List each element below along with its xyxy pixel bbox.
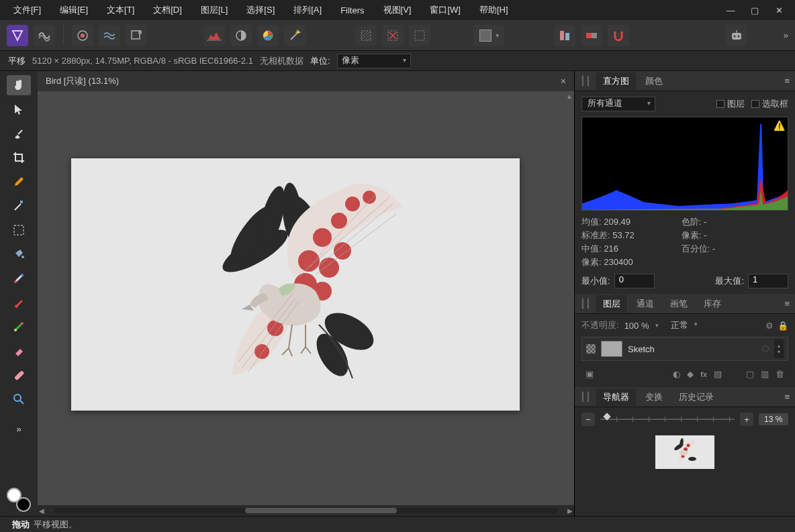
hand-tool[interactable] (7, 75, 31, 95)
layer-name[interactable]: Sketch (628, 344, 757, 354)
panel-menu-button[interactable]: ≡ (784, 392, 790, 402)
maximize-button[interactable]: ▢ (743, 0, 767, 20)
auto-wb-button[interactable] (284, 25, 306, 46)
menu-layer[interactable]: 图层[L] (191, 1, 237, 19)
panel-grip-icon[interactable]: ┃┃ (580, 76, 591, 86)
dropper-tool[interactable] (7, 172, 31, 192)
blend-mode-dropdown[interactable]: 正常 (671, 319, 698, 331)
add-layer-icon[interactable]: ▢ (746, 369, 754, 379)
close-button[interactable]: ✕ (767, 0, 791, 20)
tonemap-persona-button[interactable] (99, 25, 120, 46)
selection-mode-3[interactable] (409, 25, 430, 46)
hscroll-thumb[interactable] (245, 508, 396, 513)
marquee-tool[interactable] (7, 220, 31, 240)
layer-lock-icon[interactable]: 🔒 (778, 321, 788, 331)
opacity-dropdown[interactable]: 100 % (624, 321, 659, 331)
develop-persona-button[interactable] (72, 25, 93, 46)
gradient-tool[interactable] (7, 268, 31, 288)
tab-histogram[interactable]: 直方图 (596, 72, 636, 90)
zoom-out-button[interactable]: − (581, 413, 595, 426)
align-button[interactable] (554, 25, 575, 46)
histogram-min-input[interactable]: 0 (614, 274, 655, 288)
tab-brushes[interactable]: 画笔 (663, 295, 694, 313)
live-filter-icon[interactable]: ◆ (687, 369, 694, 379)
menu-help[interactable]: 帮助[H] (470, 1, 518, 19)
zoom-value-input[interactable]: 13 % (759, 413, 788, 425)
menu-filters[interactable]: Filters (331, 3, 373, 18)
panel-grip-icon[interactable]: ┃┃ (580, 392, 591, 402)
panel-menu-button[interactable]: ≡ (784, 76, 790, 86)
histogram-max-input[interactable]: 1 (748, 274, 788, 288)
tools-overflow[interactable]: » (7, 419, 31, 439)
layer-settings-icon[interactable]: ⚙ (765, 321, 774, 331)
tab-stock[interactable]: 库存 (697, 295, 728, 313)
eraser-tool[interactable] (7, 341, 31, 361)
menu-select[interactable]: 选择[S] (237, 1, 284, 19)
auto-levels-button[interactable] (203, 25, 225, 46)
auto-contrast-button[interactable] (230, 25, 252, 46)
menu-edit[interactable]: 编辑[E] (50, 1, 97, 19)
move-tool[interactable] (7, 99, 31, 119)
menu-view[interactable]: 视图[V] (374, 1, 421, 19)
panel-menu-button[interactable]: ≡ (784, 299, 790, 309)
tab-layers[interactable]: 图层 (596, 295, 627, 313)
foreground-color[interactable] (7, 488, 21, 502)
menu-text[interactable]: 文本[T] (97, 1, 144, 19)
menu-file[interactable]: 文件[F] (4, 1, 50, 19)
units-dropdown[interactable]: 像素 (337, 54, 411, 68)
crop-tool[interactable] (7, 148, 31, 168)
group-layer-icon[interactable]: ▥ (761, 369, 769, 379)
document-tab-close[interactable]: × (561, 76, 566, 87)
zoom-slider[interactable] (600, 413, 735, 425)
zoom-tool[interactable] (7, 389, 31, 409)
tab-history[interactable]: 历史记录 (672, 388, 720, 406)
zoom-in-button[interactable]: + (740, 413, 753, 426)
tab-channels[interactable]: 通道 (630, 295, 661, 313)
photo-persona-button[interactable] (7, 25, 28, 46)
selection-mode-2[interactable] (382, 25, 404, 46)
clone-tool[interactable] (7, 317, 31, 337)
healing-tool[interactable] (7, 365, 31, 385)
adjustment-layer-icon[interactable]: ◐ (673, 369, 680, 379)
layer-fx-icon[interactable]: fx (700, 370, 707, 378)
flood-tool[interactable] (7, 244, 31, 264)
delete-layer-icon[interactable]: 🗑 (776, 369, 784, 379)
quickmask-button[interactable] (581, 25, 602, 46)
document-tab-title[interactable]: Bird [只读] (13.1%) (46, 75, 119, 87)
layer-expand-toggle[interactable]: ▲▼ (774, 339, 784, 358)
selection-brush-tool[interactable] (7, 123, 31, 144)
selection-mode-1[interactable] (355, 25, 377, 46)
paint-brush-tool[interactable] (7, 292, 31, 313)
mask-layer-icon[interactable]: ▨ (714, 369, 722, 379)
histogram-selection-checkbox[interactable]: 选取框 (751, 98, 788, 110)
canvas[interactable] (71, 158, 520, 411)
layer-tag-icon[interactable] (762, 345, 769, 352)
hscroll-right-icon[interactable]: ▶ (566, 507, 574, 515)
swatch-dropdown[interactable]: ▾ (473, 25, 504, 46)
panel-grip-icon[interactable]: ┃┃ (580, 299, 591, 309)
layer-row[interactable]: Sketch ▲▼ (581, 337, 788, 361)
assistant-button[interactable] (726, 25, 747, 46)
tab-transform[interactable]: 变换 (639, 388, 669, 406)
navigator-preview[interactable] (655, 435, 714, 469)
histogram-layer-checkbox[interactable]: 图层 (716, 98, 745, 110)
export-persona-button[interactable] (126, 25, 147, 46)
toolbar-overflow[interactable]: » (784, 30, 788, 40)
menu-arrange[interactable]: 排列[A] (284, 1, 331, 19)
minimize-button[interactable]: — (718, 0, 743, 20)
menu-document[interactable]: 文档[D] (144, 1, 191, 19)
layer-visibility-checkbox[interactable] (586, 344, 596, 354)
menu-window[interactable]: 窗口[W] (420, 1, 470, 19)
tab-color[interactable]: 颜色 (639, 72, 669, 90)
histogram-channel-dropdown[interactable]: 所有通道 (581, 97, 655, 111)
tab-navigator[interactable]: 导航器 (596, 388, 636, 406)
snapping-button[interactable] (608, 25, 629, 46)
liquify-persona-button[interactable] (34, 25, 55, 46)
auto-colours-button[interactable] (257, 25, 279, 46)
wand-tool[interactable] (7, 196, 31, 216)
horizontal-scrollbar[interactable]: ◀ ▶ (38, 505, 574, 516)
vscroll-up-icon[interactable]: ▲ (566, 93, 573, 100)
color-swatches[interactable] (7, 488, 31, 512)
layer-blend-ranges-icon[interactable]: ▣ (586, 369, 594, 379)
canvas-viewport[interactable]: ▲ (38, 91, 574, 505)
